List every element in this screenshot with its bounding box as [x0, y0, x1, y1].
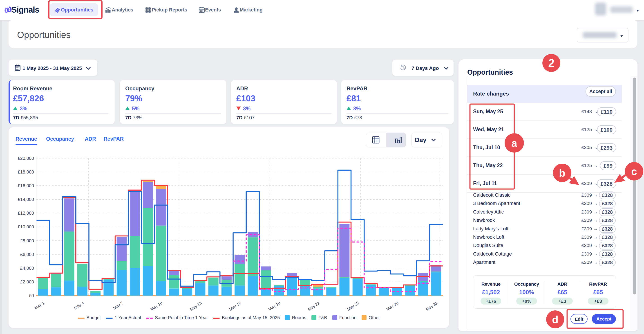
svg-text:May 28: May 28 — [386, 301, 399, 312]
svg-text:£0: £0 — [29, 293, 34, 298]
svg-text:May 31: May 31 — [425, 301, 438, 312]
svg-text:£4,000: £4,000 — [20, 266, 34, 271]
svg-text:£18,000: £18,000 — [18, 169, 34, 174]
svg-text:May 10: May 10 — [150, 301, 163, 312]
svg-text:£8,000: £8,000 — [20, 238, 34, 243]
svg-text:£12,000: £12,000 — [18, 211, 34, 216]
svg-text:May 7: May 7 — [112, 301, 124, 311]
svg-text:May 4: May 4 — [73, 301, 84, 311]
svg-text:May 19: May 19 — [268, 301, 281, 312]
svg-text:£6,000: £6,000 — [20, 252, 34, 257]
svg-text:£16,000: £16,000 — [18, 183, 34, 188]
svg-text:£20,000: £20,000 — [18, 156, 34, 161]
svg-text:£2,000: £2,000 — [20, 279, 34, 284]
svg-text:May 13: May 13 — [189, 301, 202, 312]
svg-text:May 1: May 1 — [34, 301, 46, 311]
svg-text:May 25: May 25 — [346, 301, 360, 312]
svg-text:May 22: May 22 — [307, 301, 320, 312]
svg-text:£14,000: £14,000 — [18, 197, 34, 202]
svg-text:£10,000: £10,000 — [18, 224, 34, 229]
svg-text:May 16: May 16 — [228, 301, 242, 312]
